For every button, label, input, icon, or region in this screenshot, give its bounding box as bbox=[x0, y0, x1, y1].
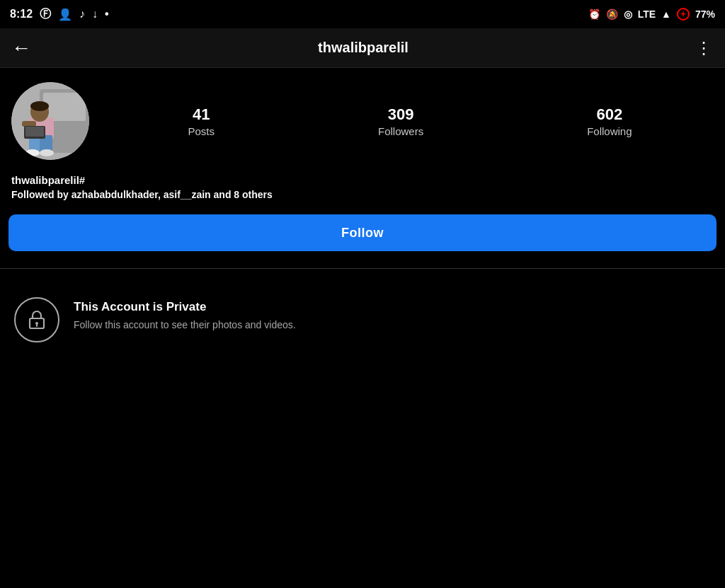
following-stat[interactable]: 602 Following bbox=[587, 105, 632, 137]
followed-by-user2[interactable]: asif__zain bbox=[164, 189, 211, 200]
posts-stat[interactable]: 41 Posts bbox=[188, 105, 215, 137]
posts-count: 41 bbox=[193, 105, 210, 124]
follow-button[interactable]: Follow bbox=[8, 214, 717, 251]
lock-icon bbox=[25, 309, 48, 331]
notification-off-icon: 🔕 bbox=[606, 8, 618, 20]
profile-section: 41 Posts 309 Followers 602 Following bbox=[0, 68, 725, 171]
private-title: This Account is Private bbox=[74, 300, 296, 314]
status-bar: 8:12 Ⓕ 👤 ♪ ↓ • ⏰ 🔕 ◎ LTE ▲ + 77% bbox=[0, 0, 725, 28]
followed-by-separator: , bbox=[158, 189, 164, 200]
facebook-icon: Ⓕ bbox=[40, 7, 51, 22]
tiktok-icon: ♪ bbox=[79, 8, 85, 21]
followed-by-prefix: Followed by bbox=[11, 189, 72, 200]
svg-point-8 bbox=[30, 101, 49, 111]
avatar[interactable] bbox=[11, 82, 89, 160]
followed-by-suffix: and bbox=[211, 189, 234, 200]
divider bbox=[0, 268, 725, 269]
alarm-icon: ⏰ bbox=[588, 8, 600, 20]
private-text: This Account is Private Follow this acco… bbox=[74, 297, 296, 333]
svg-rect-3 bbox=[43, 93, 86, 121]
private-account-section: This Account is Private Follow this acco… bbox=[0, 275, 725, 365]
stats-row: 41 Posts 309 Followers 602 Following bbox=[106, 105, 714, 137]
signal-label: LTE bbox=[638, 8, 656, 20]
status-left: 8:12 Ⓕ 👤 ♪ ↓ • bbox=[10, 7, 109, 22]
status-right: ⏰ 🔕 ◎ LTE ▲ + 77% bbox=[588, 8, 715, 21]
following-label: Following bbox=[587, 125, 632, 137]
download-icon: ↓ bbox=[92, 8, 98, 21]
nav-bar: ← thwalibparelil ⋮ bbox=[0, 28, 725, 68]
followers-count: 309 bbox=[388, 105, 414, 124]
follow-button-container: Follow bbox=[0, 209, 725, 263]
lock-icon-container bbox=[14, 297, 59, 342]
avatar-image bbox=[11, 82, 89, 160]
followed-by-others[interactable]: 8 others bbox=[234, 189, 272, 200]
add-icon: + bbox=[677, 8, 690, 21]
time-display: 8:12 bbox=[10, 8, 33, 21]
followers-label: Followers bbox=[378, 125, 423, 137]
person-add-icon: 👤 bbox=[58, 8, 72, 21]
svg-rect-11 bbox=[25, 127, 44, 137]
back-button[interactable]: ← bbox=[11, 37, 31, 59]
private-description: Follow this account to see their photos … bbox=[74, 318, 296, 333]
bio-section: thwalibparelil# Followed by azhababdulkh… bbox=[0, 171, 725, 209]
bio-username: thwalibparelil# bbox=[11, 174, 714, 186]
followed-by-text: Followed by azhababdulkhader, asif__zain… bbox=[11, 189, 714, 200]
dot-icon: • bbox=[105, 8, 109, 21]
battery-label: 77% bbox=[695, 8, 715, 20]
wifi-icon: ◎ bbox=[624, 8, 632, 20]
signal-bars-icon: ▲ bbox=[661, 8, 671, 20]
more-options-button[interactable]: ⋮ bbox=[695, 38, 714, 58]
profile-username-header: thwalibparelil bbox=[318, 40, 409, 56]
svg-rect-9 bbox=[22, 121, 36, 127]
svg-point-12 bbox=[25, 149, 40, 156]
followed-by-user1[interactable]: azhababdulkhader bbox=[72, 189, 158, 200]
followers-stat[interactable]: 309 Followers bbox=[378, 105, 423, 137]
following-count: 602 bbox=[596, 105, 622, 124]
posts-label: Posts bbox=[188, 125, 215, 137]
svg-point-13 bbox=[40, 149, 54, 156]
